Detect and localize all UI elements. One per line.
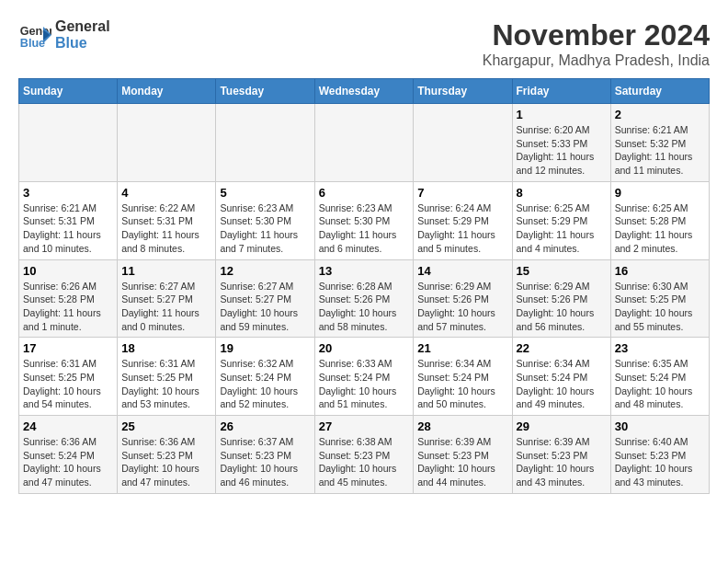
calendar-cell: 10Sunrise: 6:26 AMSunset: 5:28 PMDayligh… xyxy=(19,259,118,338)
day-detail: Sunrise: 6:21 AMSunset: 5:31 PMDaylight:… xyxy=(23,201,113,256)
day-detail: Sunrise: 6:34 AMSunset: 5:24 PMDaylight:… xyxy=(417,357,507,411)
calendar-cell: 26Sunrise: 6:37 AMSunset: 5:23 PMDayligh… xyxy=(216,416,314,494)
calendar-cell: 18Sunrise: 6:31 AMSunset: 5:25 PMDayligh… xyxy=(118,338,216,416)
day-detail: Sunrise: 6:24 AMSunset: 5:29 PMDaylight:… xyxy=(417,201,507,256)
calendar-cell: 23Sunrise: 6:35 AMSunset: 5:24 PMDayligh… xyxy=(610,338,709,416)
calendar-cell: 4Sunrise: 6:22 AMSunset: 5:31 PMDaylight… xyxy=(118,181,216,259)
week-row-5: 24Sunrise: 6:36 AMSunset: 5:24 PMDayligh… xyxy=(19,416,710,494)
day-number: 13 xyxy=(319,264,410,278)
day-number: 10 xyxy=(23,264,113,278)
day-number: 14 xyxy=(417,264,507,278)
calendar-cell: 8Sunrise: 6:25 AMSunset: 5:29 PMDaylight… xyxy=(512,181,610,259)
day-number: 11 xyxy=(121,264,211,278)
header-saturday: Saturday xyxy=(610,79,709,104)
subtitle: Khargapur, Madhya Pradesh, India xyxy=(483,52,710,69)
day-detail: Sunrise: 6:32 AMSunset: 5:24 PMDaylight:… xyxy=(220,357,310,411)
day-detail: Sunrise: 6:33 AMSunset: 5:24 PMDaylight:… xyxy=(319,357,410,411)
day-number: 23 xyxy=(615,341,705,355)
calendar-cell: 2Sunrise: 6:21 AMSunset: 5:32 PMDaylight… xyxy=(610,104,709,182)
day-detail: Sunrise: 6:25 AMSunset: 5:28 PMDaylight:… xyxy=(615,201,705,256)
day-detail: Sunrise: 6:26 AMSunset: 5:28 PMDaylight:… xyxy=(23,280,113,334)
day-detail: Sunrise: 6:39 AMSunset: 5:23 PMDaylight:… xyxy=(417,435,507,489)
day-detail: Sunrise: 6:20 AMSunset: 5:33 PMDaylight:… xyxy=(517,123,607,178)
day-number: 12 xyxy=(220,264,310,278)
calendar-cell: 28Sunrise: 6:39 AMSunset: 5:23 PMDayligh… xyxy=(414,416,512,494)
day-detail: Sunrise: 6:21 AMSunset: 5:32 PMDaylight:… xyxy=(615,123,705,178)
calendar-cell: 27Sunrise: 6:38 AMSunset: 5:23 PMDayligh… xyxy=(314,416,414,494)
calendar-cell: 30Sunrise: 6:40 AMSunset: 5:23 PMDayligh… xyxy=(610,416,709,494)
day-number: 9 xyxy=(615,186,705,200)
logo-blue: Blue xyxy=(55,35,110,52)
calendar-cell: 15Sunrise: 6:29 AMSunset: 5:26 PMDayligh… xyxy=(512,259,610,338)
day-number: 3 xyxy=(23,186,113,200)
calendar-cell: 19Sunrise: 6:32 AMSunset: 5:24 PMDayligh… xyxy=(216,338,314,416)
day-number: 2 xyxy=(615,108,705,121)
day-number: 17 xyxy=(23,341,113,355)
header: General Blue General Blue November 2024 … xyxy=(18,18,710,69)
day-number: 29 xyxy=(517,419,607,433)
day-number: 16 xyxy=(615,264,705,278)
day-number: 20 xyxy=(319,341,410,355)
day-number: 5 xyxy=(220,186,310,200)
logo: General Blue General Blue xyxy=(18,18,110,52)
day-detail: Sunrise: 6:29 AMSunset: 5:26 PMDaylight:… xyxy=(517,280,607,334)
svg-text:Blue: Blue xyxy=(20,37,45,50)
day-number: 8 xyxy=(517,186,607,200)
calendar-cell xyxy=(118,104,216,182)
calendar-cell: 22Sunrise: 6:34 AMSunset: 5:24 PMDayligh… xyxy=(512,338,610,416)
day-number: 26 xyxy=(220,419,310,433)
calendar-cell: 9Sunrise: 6:25 AMSunset: 5:28 PMDaylight… xyxy=(610,181,709,259)
day-detail: Sunrise: 6:39 AMSunset: 5:23 PMDaylight:… xyxy=(517,435,607,489)
calendar-cell: 14Sunrise: 6:29 AMSunset: 5:26 PMDayligh… xyxy=(414,259,512,338)
main-title: November 2024 xyxy=(483,18,710,52)
day-number: 22 xyxy=(517,341,607,355)
day-detail: Sunrise: 6:37 AMSunset: 5:23 PMDaylight:… xyxy=(220,435,310,489)
day-number: 27 xyxy=(319,419,410,433)
calendar-cell: 6Sunrise: 6:23 AMSunset: 5:30 PMDaylight… xyxy=(314,181,414,259)
day-detail: Sunrise: 6:36 AMSunset: 5:23 PMDaylight:… xyxy=(121,435,211,489)
header-thursday: Thursday xyxy=(414,79,512,104)
week-row-4: 17Sunrise: 6:31 AMSunset: 5:25 PMDayligh… xyxy=(19,338,710,416)
day-detail: Sunrise: 6:28 AMSunset: 5:26 PMDaylight:… xyxy=(319,280,410,334)
calendar-cell: 1Sunrise: 6:20 AMSunset: 5:33 PMDaylight… xyxy=(512,104,610,182)
logo-icon: General Blue xyxy=(18,18,51,52)
calendar-cell: 20Sunrise: 6:33 AMSunset: 5:24 PMDayligh… xyxy=(314,338,414,416)
day-detail: Sunrise: 6:31 AMSunset: 5:25 PMDaylight:… xyxy=(23,357,113,411)
day-number: 4 xyxy=(121,186,211,200)
calendar-cell xyxy=(19,104,118,182)
header-wednesday: Wednesday xyxy=(314,79,414,104)
calendar-cell: 17Sunrise: 6:31 AMSunset: 5:25 PMDayligh… xyxy=(19,338,118,416)
week-row-3: 10Sunrise: 6:26 AMSunset: 5:28 PMDayligh… xyxy=(19,259,710,338)
header-friday: Friday xyxy=(512,79,610,104)
day-number: 6 xyxy=(319,186,410,200)
day-detail: Sunrise: 6:23 AMSunset: 5:30 PMDaylight:… xyxy=(220,201,310,256)
calendar-cell: 16Sunrise: 6:30 AMSunset: 5:25 PMDayligh… xyxy=(610,259,709,338)
day-number: 18 xyxy=(121,341,211,355)
day-number: 15 xyxy=(517,264,607,278)
day-detail: Sunrise: 6:27 AMSunset: 5:27 PMDaylight:… xyxy=(121,280,211,334)
day-detail: Sunrise: 6:40 AMSunset: 5:23 PMDaylight:… xyxy=(615,435,705,489)
calendar-cell xyxy=(414,104,512,182)
day-detail: Sunrise: 6:31 AMSunset: 5:25 PMDaylight:… xyxy=(121,357,211,411)
calendar-cell xyxy=(216,104,314,182)
calendar-cell: 7Sunrise: 6:24 AMSunset: 5:29 PMDaylight… xyxy=(414,181,512,259)
day-number: 28 xyxy=(417,419,507,433)
week-row-2: 3Sunrise: 6:21 AMSunset: 5:31 PMDaylight… xyxy=(19,181,710,259)
calendar-cell: 3Sunrise: 6:21 AMSunset: 5:31 PMDaylight… xyxy=(19,181,118,259)
calendar-cell: 11Sunrise: 6:27 AMSunset: 5:27 PMDayligh… xyxy=(118,259,216,338)
day-detail: Sunrise: 6:27 AMSunset: 5:27 PMDaylight:… xyxy=(220,280,310,334)
header-sunday: Sunday xyxy=(19,79,118,104)
calendar-cell xyxy=(314,104,414,182)
day-number: 1 xyxy=(517,108,607,121)
calendar-cell: 12Sunrise: 6:27 AMSunset: 5:27 PMDayligh… xyxy=(216,259,314,338)
day-number: 25 xyxy=(121,419,211,433)
calendar-table: SundayMondayTuesdayWednesdayThursdayFrid… xyxy=(18,78,710,494)
header-tuesday: Tuesday xyxy=(216,79,314,104)
logo-general: General xyxy=(55,18,110,35)
calendar-cell: 21Sunrise: 6:34 AMSunset: 5:24 PMDayligh… xyxy=(414,338,512,416)
week-row-1: 1Sunrise: 6:20 AMSunset: 5:33 PMDaylight… xyxy=(19,104,710,182)
day-detail: Sunrise: 6:25 AMSunset: 5:29 PMDaylight:… xyxy=(517,201,607,256)
day-detail: Sunrise: 6:38 AMSunset: 5:23 PMDaylight:… xyxy=(319,435,410,489)
day-detail: Sunrise: 6:30 AMSunset: 5:25 PMDaylight:… xyxy=(615,280,705,334)
day-number: 30 xyxy=(615,419,705,433)
